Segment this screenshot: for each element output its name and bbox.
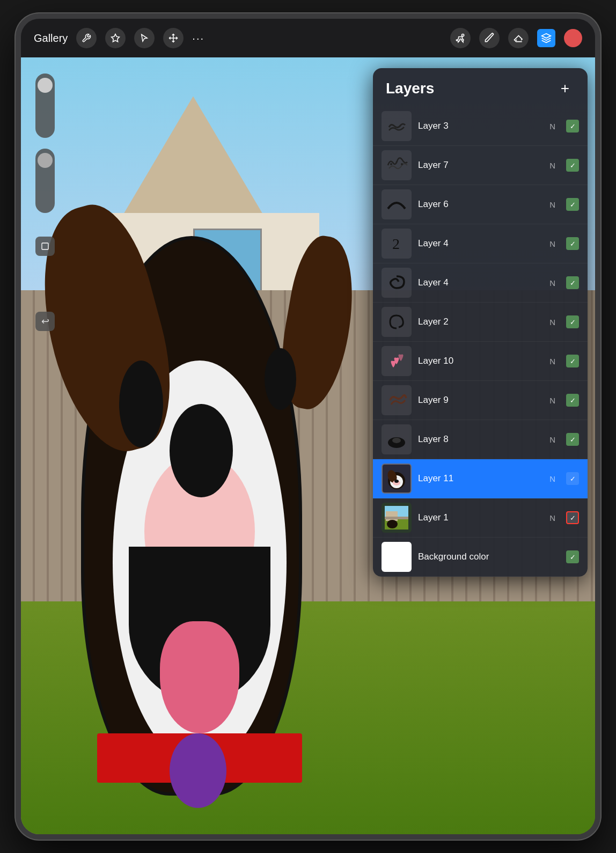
layer-item-layer10[interactable]: Layer 10 N ✓ [373,342,588,381]
layer6-checkbox[interactable]: ✓ [566,198,579,211]
layer6-thumbnail [382,189,412,219]
layer10-thumbnail [382,346,412,376]
brush-icon [455,33,466,43]
device-frame: Gallery [16,13,600,840]
layer1-mode: N [549,513,555,523]
selection-icon [140,33,149,43]
smudge-icon [484,33,495,43]
selection-button[interactable] [134,28,155,48]
add-layer-button[interactable]: + [555,79,575,98]
layer8-art [385,428,408,451]
layer4a-name: Layer 4 [418,238,543,249]
layer1-art [385,506,408,530]
svg-point-7 [401,163,403,165]
layer-item-layer6[interactable]: Layer 6 N ✓ [373,185,588,224]
layer-item-layer11[interactable]: Layer 11 N ✓ [373,459,588,498]
layer-item-layer7[interactable]: Layer 7 N ✓ [373,146,588,185]
layer11-thumbnail [382,464,412,494]
shape-icon [41,242,49,251]
layers-header: Layers + [373,68,588,107]
undo-button[interactable]: ↩ [35,312,55,331]
layer-item-bg[interactable]: Background color ✓ [373,538,588,577]
layer10-art [385,349,408,373]
layer-item-layer8[interactable]: Layer 8 N ✓ [373,420,588,459]
opacity-slider[interactable] [35,149,55,213]
layer4a-checkbox[interactable]: ✓ [566,237,579,250]
svg-point-10 [392,438,401,443]
svg-point-20 [387,520,398,528]
layer10-name: Layer 10 [418,356,543,366]
layer4b-checkbox[interactable]: ✓ [566,276,579,289]
layers-panel: Layers + Layer 3 N ✓ [373,68,588,577]
brush-size-slider[interactable] [35,73,55,138]
layer7-checkbox[interactable]: ✓ [566,159,579,172]
layer9-art [385,388,408,412]
layer6-name: Layer 6 [418,199,543,210]
layer-item-layer2[interactable]: Layer 2 N ✓ [373,303,588,342]
svg-point-5 [390,163,392,165]
layer4b-mode: N [549,278,555,288]
color-swatch[interactable] [564,29,582,47]
bg-checkbox[interactable]: ✓ [566,550,579,563]
layer8-checkbox[interactable]: ✓ [566,433,579,446]
layer2-art [385,310,408,334]
layer1-thumbnail [382,503,412,533]
magic-icon [111,33,120,43]
more-options-button[interactable]: ··· [192,32,204,45]
layer8-mode: N [549,435,555,444]
layer7-mode: N [549,161,555,170]
layer2-name: Layer 2 [418,317,543,327]
layer3-thumbnail [382,111,412,141]
layer6-art [385,193,408,216]
layer-item-layer3[interactable]: Layer 3 N ✓ [373,107,588,146]
layer4a-thumbnail: 2 [382,229,412,259]
bg-thumbnail [382,542,412,572]
layer2-mode: N [549,318,555,327]
layer9-name: Layer 9 [418,395,543,406]
layer7-art [385,153,408,177]
gallery-button[interactable]: Gallery [34,32,68,45]
top-bar-left: Gallery [34,28,217,48]
layer9-thumbnail [382,385,412,415]
layer10-checkbox[interactable]: ✓ [566,355,579,367]
smudge-button[interactable] [479,28,500,48]
layer-item-layer9[interactable]: Layer 9 N ✓ [373,381,588,420]
layer11-checkbox[interactable]: ✓ [566,472,579,485]
layer7-name: Layer 7 [418,160,543,171]
layers-list: Layer 3 N ✓ Layer 7 [373,107,588,577]
brush-button[interactable] [450,28,471,48]
layer2-checkbox[interactable]: ✓ [566,315,579,328]
top-bar-right [399,28,582,48]
svg-point-6 [396,161,398,163]
shape-button[interactable] [35,237,55,256]
layer9-checkbox[interactable]: ✓ [566,394,579,407]
layer4b-name: Layer 4 [418,277,543,288]
layer-item-layer4b[interactable]: Layer 4 N ✓ [373,263,588,303]
svg-rect-19 [385,517,408,519]
canvas-area: ↩ Layers + Layer 3 N [21,57,595,834]
svg-text:2: 2 [392,236,400,252]
transform-button[interactable] [163,28,184,48]
layer1-checkbox[interactable]: ✓ [566,511,579,524]
layer7-thumbnail [382,150,412,180]
layer-item-layer4a[interactable]: 2 Layer 4 N ✓ [373,224,588,263]
magic-button[interactable] [105,28,126,48]
transform-icon [168,33,178,43]
layer2-thumbnail [382,307,412,337]
layer3-checkbox[interactable]: ✓ [566,120,579,133]
layer3-mode: N [549,122,555,131]
wrench-icon [82,33,91,43]
opacity-thumb[interactable] [38,153,53,168]
layers-icon [541,33,552,43]
layer11-mode: N [549,474,555,483]
layer4a-art: 2 [385,232,408,255]
layers-button[interactable] [537,29,555,47]
left-sidebar: ↩ [31,73,60,818]
svg-point-15 [394,480,399,483]
brush-size-thumb[interactable] [38,78,53,93]
eraser-icon [513,33,524,43]
eraser-button[interactable] [508,28,529,48]
layer11-art [385,467,408,490]
wrench-button[interactable] [76,28,97,48]
layer-item-layer1[interactable]: Layer 1 N ✓ [373,498,588,538]
